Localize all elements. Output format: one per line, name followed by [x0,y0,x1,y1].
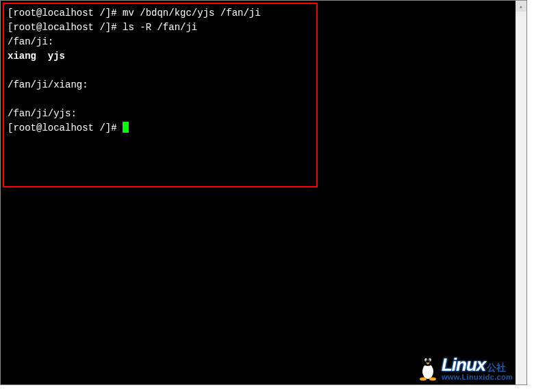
terminal-line: [root@localhost /]# mv /bdqn/kgc/yjs /fa… [8,6,520,21]
svg-point-1 [422,364,433,379]
brand-suffix: 公社 [487,363,506,372]
chevron-up-icon: ▴ [520,3,523,10]
command-text: mv /bdqn/kgc/yjs /fan/ji [123,8,261,18]
output-text: /fan/ji/yjs: [8,108,77,119]
command-text: ls -R /fan/ji [123,22,197,33]
terminal-window: [root@localhost /]# mv /bdqn/kgc/yjs /fa… [0,0,527,385]
output-text: /fan/ji: [8,36,53,47]
terminal-line: /fan/ji/yjs: [8,107,520,121]
prompt: [root@localhost /]# [8,8,123,18]
watermark-text: Linux 公社 www.Linuxidc.com [442,356,513,381]
watermark: Linux 公社 www.Linuxidc.com [416,354,513,381]
cursor-icon [123,122,129,133]
output-text: xiang yjs [8,51,65,62]
brand-name: Linux [442,356,485,374]
terminal-line [8,64,520,78]
scrollbar[interactable]: ▴ [516,1,526,384]
tux-penguin-icon [416,354,440,381]
terminal-line: /fan/ji/xiang: [8,78,520,92]
svg-point-7 [420,378,427,381]
terminal-line: [root@localhost /]# ls -R /fan/ji [8,21,520,35]
scrollbar-track[interactable] [516,1,526,384]
svg-point-8 [429,378,436,381]
watermark-url: www.Linuxidc.com [442,374,513,381]
scrollbar-up-button[interactable]: ▴ [516,1,526,12]
terminal-line [8,92,520,107]
svg-point-5 [426,360,427,361]
svg-point-6 [429,360,431,361]
prompt: [root@localhost /]# [8,122,123,133]
terminal-line: [root@localhost /]# [8,121,520,135]
terminal-line: /fan/ji: [8,35,520,49]
terminal-content[interactable]: [root@localhost /]# mv /bdqn/kgc/yjs /fa… [1,1,526,141]
terminal-line: xiang yjs [8,49,520,64]
watermark-brand: Linux 公社 [442,356,506,374]
output-text: /fan/ji/xiang: [8,79,88,90]
prompt: [root@localhost /]# [8,22,123,33]
